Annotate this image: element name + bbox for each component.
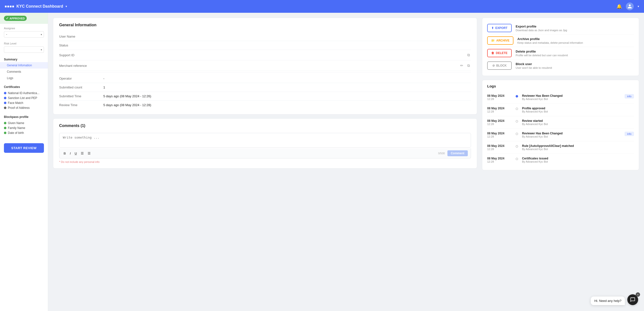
log-content-4: Reviewer Has Been Changed By Advanced Ky… [522,132,621,138]
merchant-ref-actions: ✏ ⧉ [459,63,471,68]
delete-label: DELETE [496,51,507,55]
risk-level-select-wrapper: ▾ [4,47,44,53]
topnav-dropdown-icon[interactable]: ▾ [638,5,639,8]
log-date-main-5: 08 May 2024 [487,144,512,148]
block-button[interactable]: ⊘ BLOCK [487,61,512,70]
block-title: Block user [516,62,634,66]
profile-family-name-label: Family Name [8,126,25,130]
cert-dot-sanction-pep [4,97,6,99]
export-label: EXPORT [495,26,507,30]
assignee-select-wrapper: - ▾ [4,31,44,38]
log-dot-empty-2 [516,108,518,110]
log-event-4: Reviewer Has Been Changed [522,132,621,135]
bold-button[interactable]: B [62,151,67,156]
sidebar-item-logs[interactable]: Logs [0,75,48,81]
log-dot-empty-5 [516,145,518,148]
log-dot-empty-3 [516,120,518,123]
italic-button[interactable]: I [68,151,72,156]
log-date-main-4: 08 May 2024 [487,132,512,135]
delete-icon: 🗑 [491,51,494,55]
submitted-count-value: 1 [103,86,471,89]
support-id-copy-button[interactable]: ⧉ [466,52,471,58]
log-event-2: Profile approved [522,107,634,110]
profile-given-name: Given Name [4,121,44,126]
cert-proof-address[interactable]: Proof of Address [4,105,44,110]
info-row-submitted-count: Submitted count 1 [59,83,471,92]
log-indicator-6 [516,158,518,160]
topnav-right: 🔔 ▾ [616,3,639,10]
comment-textarea[interactable] [59,133,471,148]
sidebar-item-general[interactable]: General Infomation [0,62,48,69]
log-entry-3: 08 May 2024 12:28 Review started By Adva… [487,116,634,129]
risk-level-label: Risk Level [4,42,44,45]
chat-container: × [627,294,638,305]
chat-widget: Hi. Need any help? × [591,294,638,305]
log-date-3: 08 May 2024 12:28 [487,119,512,126]
log-time-2: 12:28 [487,110,512,113]
support-id-actions: ⧉ [466,52,471,58]
ordered-list-button[interactable]: ☰ [80,151,85,156]
cert-face-match[interactable]: Face Match [4,101,44,105]
archive-icon: 📁 [491,39,495,42]
start-review-button[interactable]: START REVIEW [4,143,44,153]
sidebar-item-comments[interactable]: Comments [0,69,48,75]
summary-nav-label: Summary [0,56,48,62]
export-button[interactable]: ⬆ EXPORT [487,24,512,32]
cert-sanction-pep[interactable]: Sanction List and PEP [4,96,44,101]
profile-dot-given-name [4,122,6,124]
log-dot-empty-6 [516,158,518,160]
merchant-ref-edit-button[interactable]: ✏ [459,63,464,68]
comment-submit-button[interactable]: Comment [448,150,468,156]
log-info-button-4[interactable]: info [624,132,634,136]
chat-close-button[interactable]: × [636,292,640,297]
topnav-left: KYC Connect Dashboard ▾ [5,4,67,9]
archive-title: Archive profile [517,37,634,41]
log-event-3: Review started [522,119,634,123]
block-label: BLOCK [496,64,507,67]
logs-card: Logs 08 May 2024 12:28 Reviewer Has Been… [482,80,639,170]
profile-family-name: Family Name [4,126,44,130]
risk-level-select[interactable] [4,47,44,53]
log-info-button-1[interactable]: info [624,94,634,99]
info-row-support-id: Support ID ⧉ [59,50,471,61]
archive-info: Archive profile Keep status and metadata… [517,37,634,44]
underline-button[interactable]: U [74,151,78,156]
info-row-review-time: Review Time 5 days ago (08 May 2024 - 12… [59,101,471,109]
notification-icon[interactable]: 🔔 [616,4,622,9]
log-date-4: 08 May 2024 12:28 [487,132,512,138]
export-info: Export profile Download data as Json and… [516,25,634,32]
log-content-5: Rule [AutoApproveAllClear] matched By Ad… [522,144,634,151]
merchant-ref-copy-button[interactable]: ⧉ [466,63,471,68]
archive-button[interactable]: 📁 ARCHIVE [487,36,514,45]
status-check-icon: ✓ [6,17,8,20]
general-info-title: General Information [59,23,471,27]
log-date-main-1: 08 May 2024 [487,94,512,98]
review-time-label: Review Time [59,103,103,107]
cert-proof-address-label: Proof of Address [8,106,30,110]
unordered-list-button[interactable]: ☰ [86,151,92,156]
assignee-select[interactable]: - [4,31,44,38]
layout: ✓ APPROVED Assignee - ▾ Risk Level ▾ [0,13,644,311]
cert-national-id[interactable]: National ID Authentica... [4,91,44,96]
delete-button[interactable]: 🗑 DELETE [487,49,512,57]
logo [5,6,14,7]
log-event-6: Certificates issued [522,157,634,160]
log-by-3: By Advanced Kyc Bot [522,123,634,126]
log-entry-1: 08 May 2024 12:28 Reviewer Has Been Chan… [487,91,634,104]
avatar[interactable] [626,3,634,10]
delete-title: Delete profile [516,50,634,53]
submitted-count-label: Submitted count [59,86,103,89]
log-date-2: 08 May 2024 12:28 [487,107,512,113]
comments-card: Comments (1) B I U ☰ ☰ 0/500 Comment [53,118,477,169]
log-time-4: 12:28 [487,135,512,138]
block-desc: User won't be able to resubmit [516,66,634,69]
toolbar-right: 0/500 Comment [438,150,468,156]
log-entry-5: 08 May 2024 12:28 Rule [AutoApproveAllCl… [487,141,634,154]
topnav-chevron-icon[interactable]: ▾ [66,5,67,8]
app-title: KYC Connect Dashboard [16,4,63,9]
log-content-6: Certificates issued By Advanced Kyc Bot [522,157,634,163]
submitted-time-value: 5 days ago (08 May 2024 - 12:26) [103,94,471,98]
block-info: Block user User won't be able to resubmi… [516,62,634,69]
log-entry-6: 08 May 2024 12:28 Certificates issued By… [487,154,634,166]
log-content-2: Profile approved By Advanced Kyc Bot [522,107,634,113]
